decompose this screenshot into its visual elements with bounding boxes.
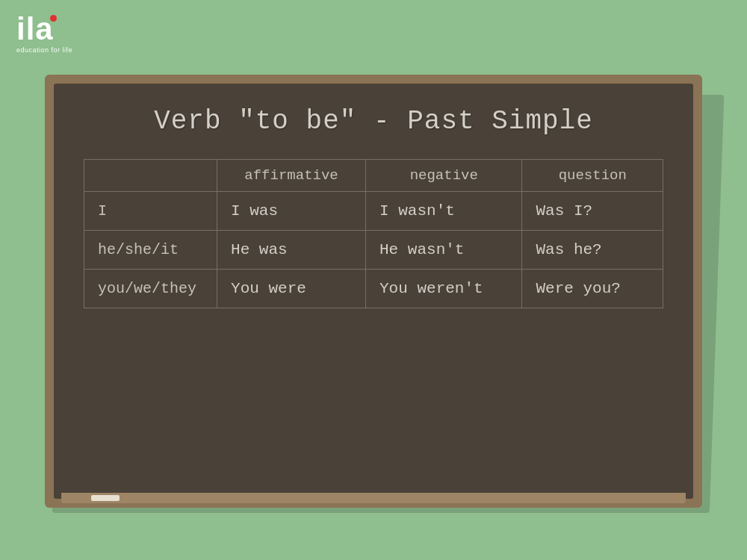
- logo-dot: [50, 15, 57, 22]
- question-i: Was I?: [522, 192, 663, 231]
- header-question: question: [522, 160, 663, 192]
- board-surface: Verb "to be" - Past Simple affirmative n…: [54, 84, 693, 499]
- chalk-piece: [91, 495, 120, 501]
- affirmative-i: I was: [217, 192, 366, 231]
- subject-you: you/we/they: [84, 270, 217, 308]
- header-subject: [84, 160, 217, 192]
- header-affirmative: affirmative: [217, 160, 366, 192]
- table-row: I I was I wasn't Was I?: [84, 192, 663, 231]
- logo-tagline: education for life: [16, 46, 72, 54]
- negative-you: You weren't: [366, 270, 522, 308]
- table-row: you/we/they You were You weren't Were yo…: [84, 270, 663, 308]
- verb-table: affirmative negative question I I was I …: [84, 159, 663, 308]
- logo-text: ila: [16, 13, 54, 45]
- table-header-row: affirmative negative question: [84, 160, 663, 192]
- subject-i: I: [84, 192, 217, 231]
- question-he: Was he?: [522, 231, 663, 270]
- affirmative-he: He was: [217, 231, 366, 270]
- table-row: he/she/it He was He wasn't Was he?: [84, 231, 663, 270]
- header-negative: negative: [366, 160, 522, 192]
- chalk-ledge: [61, 493, 686, 503]
- negative-he: He wasn't: [366, 231, 522, 270]
- board-title: Verb "to be" - Past Simple: [154, 106, 593, 137]
- subject-he: he/she/it: [84, 231, 217, 270]
- board-frame: Verb "to be" - Past Simple affirmative n…: [45, 75, 702, 508]
- affirmative-you: You were: [217, 270, 366, 308]
- logo-container: ila education for life: [16, 13, 72, 54]
- negative-i: I wasn't: [366, 192, 522, 231]
- question-you: Were you?: [522, 270, 663, 308]
